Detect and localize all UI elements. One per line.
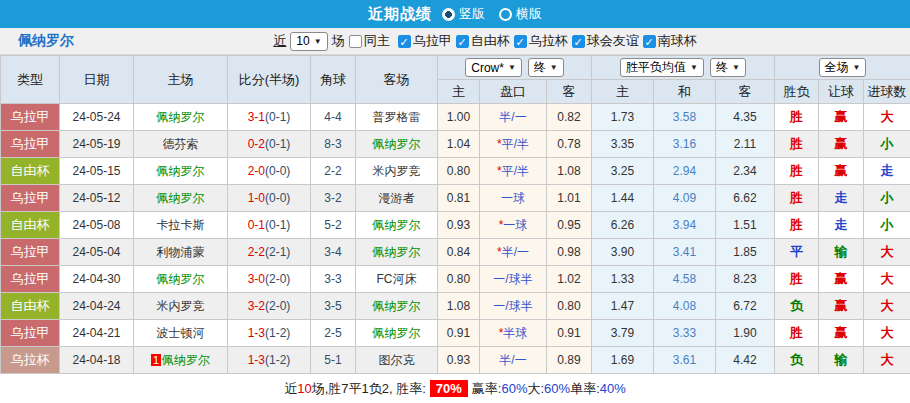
col-header-type: 类型: [1, 56, 60, 104]
filter-bar: 佩纳罗尔 近 10 ▼ 场 同主 ✓乌拉甲✓自由杯✓乌拉杯✓球会友谊✓南球杯: [0, 28, 910, 55]
away-team-name: 佩纳罗尔: [373, 218, 421, 232]
home-team-cell: 佩纳罗尔: [134, 185, 228, 212]
vertical-layout-radio[interactable]: 竖版: [442, 5, 485, 23]
checkbox-checked-icon[interactable]: ✓: [398, 35, 411, 48]
away-team-name: FC河床: [377, 272, 417, 286]
asian-handicap-cell: 一球: [480, 185, 547, 212]
asian-home-odds-cell: 1.00: [438, 104, 480, 131]
league-filter-checkbox[interactable]: ✓乌拉杯: [514, 32, 568, 50]
result-goals-cell: 大: [864, 104, 910, 131]
away-team-cell: 佩纳罗尔: [356, 320, 438, 347]
europe-draw-odds-cell: 4.09: [654, 185, 716, 212]
europe-away-odds-cell: 1.85: [716, 239, 775, 266]
asian-handicap-cell: *一球: [480, 212, 547, 239]
league-filter-checkbox[interactable]: ✓自由杯: [456, 32, 510, 50]
corner-count-cell: 5-2: [311, 212, 356, 239]
away-team-name: 佩纳罗尔: [373, 245, 421, 259]
result-wdl-cell: 负: [775, 347, 819, 374]
half-time-score: (0-0): [265, 191, 290, 205]
chevron-down-icon: ▼: [853, 63, 861, 72]
europe-draw-odds-cell: 3.58: [654, 104, 716, 131]
europe-avg-select-value: 胜平负均值: [626, 59, 686, 76]
handicap-value: 半球: [503, 326, 527, 340]
bookmaker-select[interactable]: Crow* ▼: [465, 58, 522, 77]
result-handicap-cell: 走: [819, 185, 864, 212]
asian-away-odds-cell: 1.02: [547, 266, 592, 293]
match-row: 乌拉甲24-04-30佩纳罗尔3-0(2-0)3-3FC河床0.80一/球半1.…: [1, 266, 910, 293]
asian-home-odds-cell: 0.93: [438, 212, 480, 239]
asian-home-odds-cell: 0.93: [438, 347, 480, 374]
result-wdl-cell: 胜: [775, 266, 819, 293]
league-filter-checkbox[interactable]: ✓乌拉甲: [398, 32, 452, 50]
match-type-cell: 乌拉甲: [1, 239, 60, 266]
handicap-value: 半/一: [499, 353, 526, 367]
away-team-name: 漫游者: [379, 191, 415, 205]
europe-avg-select[interactable]: 胜平负均值 ▼: [620, 58, 704, 77]
summary-segment: 近: [284, 380, 297, 398]
col-header-away: 客场: [356, 56, 438, 104]
checkbox-checked-icon[interactable]: ✓: [572, 35, 585, 48]
summary-line: 近10场,胜7平1负2, 胜率:70%赢率:60% 大:60% 单率:40%: [0, 374, 910, 403]
asian-home-odds-cell: 1.04: [438, 131, 480, 158]
bookmaker-select-value: Crow*: [471, 61, 504, 75]
league-filter-label: 南球杯: [658, 32, 697, 50]
half-time-score: (2-1): [265, 245, 290, 259]
europe-home-odds-cell: 1.33: [592, 266, 654, 293]
home-team-name: 利物浦蒙: [157, 245, 205, 259]
home-team-cell: 1佩纳罗尔: [134, 347, 228, 374]
horizontal-layout-radio[interactable]: 横版: [499, 5, 542, 23]
europe-home-odds-cell: 3.90: [592, 239, 654, 266]
col-header-asian-home: 主: [438, 80, 480, 104]
asian-home-odds-cell: 0.81: [438, 185, 480, 212]
match-type-cell: 自由杯: [1, 158, 60, 185]
result-wdl-cell: 胜: [775, 320, 819, 347]
result-wdl-cell: 胜: [775, 212, 819, 239]
handicap-value: 一/球半: [493, 272, 532, 286]
full-time-score: 0-1: [248, 218, 265, 232]
match-type-cell: 乌拉甲: [1, 185, 60, 212]
league-filter-checkbox[interactable]: ✓南球杯: [643, 32, 697, 50]
match-count-select[interactable]: 10 ▼: [290, 32, 327, 51]
home-team-cell: 卡拉卡斯: [134, 212, 228, 239]
checkbox-checked-icon[interactable]: ✓: [456, 35, 469, 48]
match-date-cell: 24-05-15: [60, 158, 134, 185]
col-header-date: 日期: [60, 56, 134, 104]
europe-draw-odds-cell: 4.08: [654, 293, 716, 320]
radio-unselected-icon[interactable]: [499, 8, 512, 21]
corner-count-cell: 8-3: [311, 131, 356, 158]
radio-selected-icon[interactable]: [442, 8, 455, 21]
away-team-cell: 米内罗竞: [356, 158, 438, 185]
filter-group: 近 10 ▼ 场 同主 ✓乌拉甲✓自由杯✓乌拉杯✓球会友谊✓南球杯: [273, 32, 696, 51]
europe-final-select[interactable]: 终 ▼: [710, 58, 746, 77]
asian-handicap-cell: *半/一: [480, 239, 547, 266]
match-date-cell: 24-05-24: [60, 104, 134, 131]
result-wdl-cell: 平: [775, 239, 819, 266]
asian-home-odds-cell: 0.80: [438, 266, 480, 293]
fullmatch-scope-select[interactable]: 全场 ▼: [819, 58, 867, 77]
checkbox-unchecked-icon[interactable]: [349, 35, 362, 48]
same-home-checkbox[interactable]: 同主: [349, 32, 390, 50]
recent-results-panel: 近期战绩 竖版 横版 佩纳罗尔 近 10 ▼ 场 同主 ✓乌: [0, 0, 910, 403]
near-games-link[interactable]: 近: [273, 32, 286, 50]
match-date-cell: 24-04-24: [60, 293, 134, 320]
half-time-score: (0-1): [265, 110, 290, 124]
result-group-header: 全场 ▼: [775, 56, 910, 80]
away-team-cell: FC河床: [356, 266, 438, 293]
home-team-name: 佩纳罗尔: [157, 110, 205, 124]
corner-count-cell: 3-3: [311, 266, 356, 293]
league-filter-checkbox[interactable]: ✓球会友谊: [572, 32, 639, 50]
match-type-cell: 乌拉甲: [1, 104, 60, 131]
handicap-value: 一球: [501, 191, 525, 205]
checkbox-checked-icon[interactable]: ✓: [643, 35, 656, 48]
result-goals-cell: 大: [864, 239, 910, 266]
summary-segment: 10: [297, 381, 311, 396]
handicap-value: 一/球半: [493, 299, 532, 313]
europe-away-odds-cell: 1.51: [716, 212, 775, 239]
results-table: 类型 日期 主场 比分(半场) 角球 客场 Crow* ▼ 终 ▼: [0, 55, 910, 374]
col-header-score: 比分(半场): [228, 56, 311, 104]
asian-handicap-cell: *平/半: [480, 131, 547, 158]
away-team-cell: 佩纳罗尔: [356, 293, 438, 320]
league-filter-label: 自由杯: [471, 32, 510, 50]
asian-final-select[interactable]: 终 ▼: [528, 58, 564, 77]
checkbox-checked-icon[interactable]: ✓: [514, 35, 527, 48]
